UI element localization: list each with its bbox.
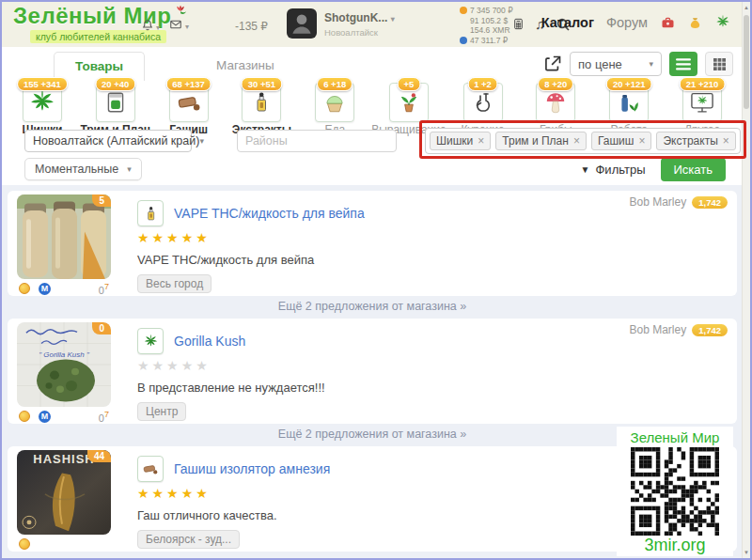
listing-card: " Gorilla Kush " 0 M 07 Gorilla Kush ★★★… — [8, 319, 737, 424]
rate-alt: 47 311.7 ₽ — [460, 36, 513, 46]
svg-text:" Gorilla Kush ": " Gorilla Kush " — [39, 351, 90, 360]
instant-value: Моментальные — [35, 163, 118, 176]
nav-forum[interactable]: Форум — [606, 15, 648, 30]
altcoin-icon — [460, 37, 467, 44]
seller-name: Bob Marley — [630, 195, 687, 209]
qr-url: 3mir.org — [617, 536, 733, 555]
nav-catalog[interactable]: Каталог — [541, 15, 594, 30]
scroll-down-icon[interactable]: ▼ — [743, 550, 750, 555]
category-other[interactable]: 21 +210 Другое — [666, 79, 739, 128]
seller-rating-badge: 1,742 — [692, 324, 728, 336]
search-button[interactable]: Искать — [661, 158, 727, 181]
remove-tag-icon[interactable]: × — [573, 134, 580, 148]
currency-rates: 7 345 700 ₽ 91 105.2 $ 154.6 XMR 47 311.… — [460, 6, 513, 45]
filter-icon: ▼ — [581, 164, 590, 175]
listings-area: 5 M 07 VAPE THC/жидкость для вейпа ★★★★★… — [2, 185, 743, 558]
location-pill: Центр — [137, 402, 186, 421]
tags-input[interactable]: Шишки× Трим и План× Гашиш× Экстракты× — [425, 128, 741, 154]
tag-label: Шишки — [436, 134, 473, 148]
category-shishki[interactable]: 155 +341 Шишки — [6, 79, 79, 128]
comments-count: 07 — [99, 410, 111, 424]
sort-select[interactable]: по цене ▾ — [570, 52, 662, 76]
count-badge: 155 +341 — [17, 77, 68, 91]
category-hashish[interactable]: 68 +137 Гашиш — [152, 79, 226, 128]
districts-input[interactable] — [237, 130, 397, 152]
filter-tag[interactable]: Шишки× — [430, 132, 491, 150]
list-view-button[interactable] — [669, 52, 697, 76]
product-image[interactable]: " Gorilla Kush " 0 — [17, 322, 111, 407]
grid-view-button[interactable] — [705, 52, 733, 76]
rating-stars: ★★★★★ — [137, 230, 728, 245]
tabs-bar: Товары Магазины по цене ▾ — [2, 47, 743, 79]
qr-block: Зеленый Мир 3mir.org — [617, 427, 733, 556]
seller-rating-badge: 1,742 — [692, 196, 728, 209]
rate-btc: 7 345 700 ₽ — [460, 6, 513, 16]
filter-tag[interactable]: Трим и План× — [495, 132, 587, 150]
rating-stars: ★★★★★ — [137, 358, 728, 373]
seller-link[interactable]: Bob Marley 1,742 — [630, 195, 728, 209]
notifications-button[interactable]: ▾ — [141, 18, 160, 37]
category-smoking[interactable]: 1 +2 Курение — [446, 79, 520, 128]
listing-badges: M 07 — [17, 409, 111, 424]
remove-tag-icon[interactable]: × — [478, 134, 484, 148]
filters-row: Новоалтайск (Алтайский край) ▾ Шишки× Тр… — [2, 128, 743, 158]
user-menu[interactable]: ShotgunK... ▾ Новоалтайск — [287, 8, 395, 39]
svg-text:HASHISH: HASHISH — [33, 453, 94, 466]
filters-button[interactable]: ▼ Фильтры — [581, 163, 646, 177]
product-title-link[interactable]: Gorilla Kush — [174, 334, 245, 349]
seller-name: Bob Marley — [630, 323, 687, 336]
scrollbar[interactable]: ▲ ▼ — [742, 2, 750, 558]
filter-tag[interactable]: Гашиш× — [591, 132, 651, 150]
product-description: VAPE THC/жидкость для вейпа — [137, 253, 728, 267]
listing-badges: M 07 — [17, 281, 111, 296]
tab-shops[interactable]: Магазины — [216, 58, 274, 72]
city-value: Новоалтайск (Алтайский край) — [33, 134, 199, 148]
site-logo[interactable]: Зелёный Мир клуб любителей каннабиса — [13, 5, 188, 44]
count-badge: 30 +51 — [242, 77, 282, 91]
filter-tag[interactable]: Экстракты× — [656, 132, 735, 150]
cannabis-leaf-icon[interactable] — [714, 14, 731, 30]
messages-button[interactable]: ▾ — [168, 18, 189, 35]
username: ShotgunK... ▾ — [324, 11, 395, 24]
category-mushrooms[interactable]: 8 +20 Грибы — [519, 79, 592, 128]
qr-code — [631, 447, 719, 536]
user-city: Новоалтайск — [324, 27, 395, 38]
remove-tag-icon[interactable]: × — [638, 134, 645, 148]
avatar[interactable] — [287, 8, 317, 39]
moneybag-icon[interactable] — [688, 15, 702, 30]
tag-label: Гашиш — [598, 134, 634, 148]
calculator-icon[interactable] — [512, 16, 525, 32]
category-trim[interactable]: 20 +40 Трим и План — [79, 79, 152, 128]
product-title-link[interactable]: Гашиш изолятор амнезия — [174, 461, 330, 476]
instant-select[interactable]: Моментальные ▾ — [24, 158, 142, 180]
city-select[interactable]: Новоалтайск (Алтайский край) ▾ — [24, 130, 192, 152]
category-food[interactable]: 6 +18 Еда — [298, 79, 371, 128]
tag-label: Трим и План — [502, 134, 569, 148]
category-extracts[interactable]: 30 +51 Экстракты — [225, 79, 298, 128]
share-icon[interactable] — [543, 54, 562, 73]
filters-label: Фильтры — [595, 163, 645, 177]
mail-icon — [168, 18, 183, 35]
product-description: В представление не нуждается!!! — [137, 381, 728, 395]
actions-row: Моментальные ▾ ▼ Фильтры Искать — [2, 158, 743, 182]
listing-badges — [17, 537, 111, 552]
rate-usd: 91 105.2 $ — [460, 16, 513, 26]
product-image[interactable]: HASHISH 44 — [17, 450, 111, 535]
chevron-down-icon: ▾ — [185, 23, 189, 31]
m-badge-icon: M — [39, 411, 51, 423]
product-image[interactable]: 5 — [17, 194, 111, 279]
categories-bar: 155 +341 Шишки 20 +40 Трим и План 68 +13… — [6, 79, 739, 128]
category-growing[interactable]: +5 Выращивание — [371, 79, 446, 128]
seller-link[interactable]: Bob Marley 1,742 — [630, 323, 728, 336]
count-badge: 6 +18 — [317, 77, 352, 91]
count-badge: 20 +40 — [95, 77, 135, 91]
count-badge: 8 +20 — [538, 77, 573, 91]
remove-tag-icon[interactable]: × — [723, 134, 729, 148]
scroll-up-icon[interactable]: ▲ — [743, 5, 750, 10]
category-work[interactable]: 20 +121 Работа — [592, 79, 666, 128]
product-title-link[interactable]: VAPE THC/жидкость для вейпа — [174, 206, 365, 221]
scrollbar-thumb[interactable] — [744, 15, 749, 109]
more-offers-link[interactable]: Ещё 2 предложения от магазина » — [2, 297, 743, 316]
balance[interactable]: -135 ₽ — [235, 20, 268, 33]
shop-icon[interactable] — [660, 15, 676, 30]
